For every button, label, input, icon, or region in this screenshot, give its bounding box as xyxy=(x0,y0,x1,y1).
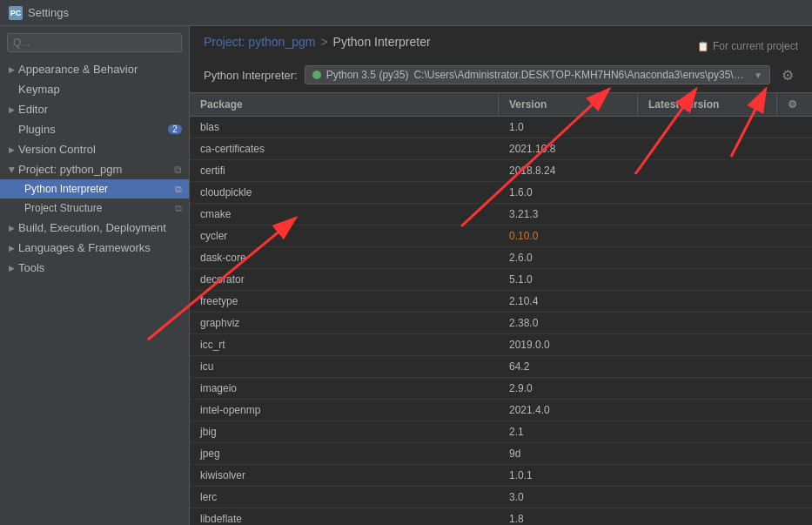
table-row[interactable]: decorator5.1.0 xyxy=(190,269,812,291)
package-version: 3.21.3 xyxy=(499,204,638,225)
row-actions xyxy=(777,204,812,225)
table-row[interactable]: graphviz2.38.0 xyxy=(190,313,812,334)
row-actions xyxy=(777,247,812,268)
col-package[interactable]: Package xyxy=(190,93,499,116)
sidebar-item-tools[interactable]: ▶ Tools xyxy=(0,258,189,278)
table-row[interactable]: cycler0.10.0 xyxy=(190,225,812,247)
search-input[interactable] xyxy=(7,33,182,52)
package-name: jpeg xyxy=(190,443,499,464)
packages-area: Package Version Latest version ⚙ blas1.0… xyxy=(190,93,812,525)
table-row[interactable]: icu64.2 xyxy=(190,356,812,378)
package-name: imageio xyxy=(190,378,499,399)
package-version: 2.1 xyxy=(499,421,638,442)
package-latest xyxy=(638,269,777,290)
sidebar-item-python-interpreter[interactable]: Python Interpreter ⧉ xyxy=(0,179,189,199)
package-name: decorator xyxy=(190,269,499,290)
expand-arrow: ▶ xyxy=(9,244,15,252)
interpreter-settings-button[interactable]: ⚙ xyxy=(777,64,798,85)
table-row[interactable]: imageio2.9.0 xyxy=(190,378,812,400)
structure-copy-icon: ⧉ xyxy=(175,203,182,214)
sidebar-item-keymap[interactable]: ▶ Keymap xyxy=(0,79,189,99)
package-version: 3.0 xyxy=(499,487,638,508)
package-latest xyxy=(638,225,777,246)
package-version: 1.0 xyxy=(499,117,638,138)
breadcrumb: Project: python_pgm > Python Interpreter xyxy=(204,35,431,49)
expand-arrow: ▶ xyxy=(9,145,15,154)
table-row[interactable]: libdeflate1.8 xyxy=(190,508,812,525)
sidebar-item-project[interactable]: ▶ Project: python_pgm ⧉ xyxy=(0,159,189,179)
sidebar-item-label: Languages & Frameworks xyxy=(18,241,151,254)
sidebar-item-label: Plugins xyxy=(18,123,56,136)
table-row[interactable]: intel-openmp2021.4.0 xyxy=(190,400,812,421)
package-latest xyxy=(638,487,777,508)
table-row[interactable]: cloudpickle1.6.0 xyxy=(190,182,812,204)
package-latest xyxy=(638,247,777,268)
row-actions xyxy=(777,421,812,442)
table-row[interactable]: kiwisolver1.0.1 xyxy=(190,465,812,487)
row-actions xyxy=(777,465,812,486)
breadcrumb-current: Python Interpreter xyxy=(333,35,431,49)
package-name: lerc xyxy=(190,487,499,508)
sidebar-item-languages[interactable]: ▶ Languages & Frameworks xyxy=(0,238,189,258)
package-version: 5.1.0 xyxy=(499,269,638,290)
package-version: 2021.4.0 xyxy=(499,400,638,421)
for-current-project: 📋 For current project xyxy=(697,40,798,52)
expand-arrow: ▶ xyxy=(9,65,15,74)
sidebar-item-project-structure[interactable]: Project Structure ⧉ xyxy=(0,199,189,218)
sidebar-item-plugins[interactable]: ▶ Plugins 2 xyxy=(0,119,189,139)
table-row[interactable]: blas1.0 xyxy=(190,117,812,138)
main-layout: ▶ Appearance & Behavior ▶ Keymap ▶ Edito… xyxy=(0,26,812,525)
settings-icon[interactable]: ⚙ xyxy=(788,98,797,111)
package-version: 64.2 xyxy=(499,356,638,377)
col-latest[interactable]: Latest version xyxy=(638,93,777,116)
table-row[interactable]: lerc3.0 xyxy=(190,487,812,508)
sidebar-item-editor[interactable]: ▶ Editor xyxy=(0,99,189,119)
sidebar-item-version-control[interactable]: ▶ Version Control xyxy=(0,139,189,159)
package-name: dask-core xyxy=(190,247,499,268)
row-actions xyxy=(777,117,812,138)
package-latest xyxy=(638,378,777,399)
row-actions xyxy=(777,356,812,377)
package-name: kiwisolver xyxy=(190,465,499,486)
interpreter-row: Python Interpreter: Python 3.5 (py35) C:… xyxy=(204,64,798,85)
table-row[interactable]: ca-certificates2021.10.8 xyxy=(190,138,812,160)
row-actions xyxy=(777,443,812,464)
package-latest xyxy=(638,400,777,421)
table-row[interactable]: jpeg9d xyxy=(190,443,812,465)
content-header: Project: python_pgm > Python Interpreter… xyxy=(190,26,812,93)
window-title: Settings xyxy=(28,6,69,19)
row-actions xyxy=(777,313,812,333)
package-version: 1.8 xyxy=(499,508,638,525)
sidebar-item-build[interactable]: ▶ Build, Execution, Deployment xyxy=(0,218,189,238)
package-name: cloudpickle xyxy=(190,182,499,203)
interpreter-selector[interactable]: Python 3.5 (py35) C:\Users\Administrator… xyxy=(305,65,770,84)
expand-arrow: ▶ xyxy=(9,224,15,232)
table-row[interactable]: jbig2.1 xyxy=(190,421,812,443)
package-latest xyxy=(638,508,777,525)
interpreter-path: C:\Users\Administrator.DESKTOP-KMH7HN6\A… xyxy=(413,69,748,81)
package-latest xyxy=(638,204,777,225)
table-row[interactable]: dask-core2.6.0 xyxy=(190,247,812,269)
table-row[interactable]: certifi2018.8.24 xyxy=(190,160,812,182)
breadcrumb-project[interactable]: Project: python_pgm xyxy=(204,35,315,49)
sidebar-item-label: Keymap xyxy=(18,83,60,96)
package-latest xyxy=(638,465,777,486)
package-version: 2.38.0 xyxy=(499,313,638,333)
row-actions xyxy=(777,334,812,355)
package-version: 0.10.0 xyxy=(499,225,638,246)
title-bar: PC Settings xyxy=(0,0,812,26)
sidebar: ▶ Appearance & Behavior ▶ Keymap ▶ Edito… xyxy=(0,26,190,525)
package-version: 2018.8.24 xyxy=(499,160,638,181)
sidebar-item-appearance[interactable]: ▶ Appearance & Behavior xyxy=(0,59,189,79)
interpreter-name: Python 3.5 (py35) xyxy=(326,69,409,81)
table-row[interactable]: freetype2.10.4 xyxy=(190,291,812,313)
sidebar-item-label: Project: python_pgm xyxy=(18,163,122,176)
col-actions: ⚙ xyxy=(777,93,812,116)
sidebar-item-label: Appearance & Behavior xyxy=(18,63,138,76)
col-version[interactable]: Version xyxy=(499,93,638,116)
table-row[interactable]: cmake3.21.3 xyxy=(190,204,812,225)
package-name: cycler xyxy=(190,225,499,246)
table-row[interactable]: icc_rt2019.0.0 xyxy=(190,334,812,356)
package-latest xyxy=(638,138,777,159)
expand-arrow: ▶ xyxy=(8,166,17,172)
